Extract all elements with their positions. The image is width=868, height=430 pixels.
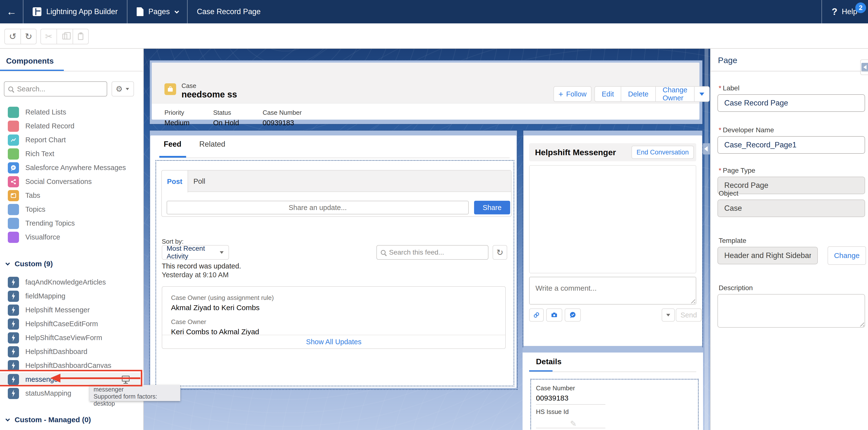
related-record-icon: ▥ [8,121,19,132]
component-list-item[interactable]: # Topics [0,203,144,216]
component-label: messenger [25,375,60,383]
component-list-item[interactable]: faqAndKnowledgeArticles [0,275,144,289]
component-item-messenger-highlighted[interactable]: messenger [0,372,144,387]
tab-related[interactable]: Related [199,140,225,149]
case-object-icon [164,83,176,95]
component-list-item[interactable]: Social Conversations [0,175,144,189]
send-options-button[interactable] [662,308,675,321]
component-label: Social Conversations [25,178,92,186]
description-field-label: Description [719,284,753,292]
comment-textarea[interactable]: Write a comment... [529,277,696,305]
component-list-item[interactable]: Tabs [0,189,144,203]
follow-button[interactable]: + Follow [554,86,591,102]
back-button[interactable]: ← [0,0,23,23]
refresh-feed-button[interactable]: ↻ [493,245,507,260]
header-region[interactable]: Case needsome ss + Follow Edit Delete Ch… [149,60,703,125]
lightning-bolt-icon [8,305,19,316]
chat-check-icon [569,311,577,319]
components-tab[interactable]: Components [6,57,54,65]
component-search[interactable] [4,81,107,96]
panel-title: Page [718,56,737,65]
search-icon [8,87,13,91]
canvas-scrollbar[interactable] [705,49,708,430]
cut-button[interactable]: ✂ [40,29,57,44]
record-detail-region[interactable]: Case Number 00939183 HS Issue Id ✎ HS Is… [530,379,699,430]
tab-details[interactable]: Details [536,357,561,366]
component-list-item[interactable]: fieldMapping [0,289,144,303]
custom-section-header[interactable]: Custom (9) [6,260,53,268]
label-field-input[interactable] [717,94,865,112]
top-header: ← Lightning App Builder Pages Case Recor… [0,0,868,23]
component-list-item[interactable]: Helpshift Messenger [0,303,144,317]
component-list-item[interactable]: HelpshiftCaseEditForm [0,317,144,331]
region-band [523,348,703,352]
collapse-icon [861,63,868,72]
undo-button[interactable]: ↺ [4,29,21,44]
component-list-item[interactable]: ≡ Rich Text [0,147,144,161]
detail-field-value: 00939183 [536,394,609,403]
component-list-item[interactable]: </> Visualforce [0,230,144,244]
change-template-button[interactable]: Change [828,246,866,265]
field-label: Case Number [262,109,302,117]
help-button[interactable]: ? Help 2 [822,0,868,23]
more-actions-button[interactable] [694,87,709,101]
divider [0,71,143,71]
divider [162,335,505,335]
share-update-input[interactable]: Share an update... [167,201,469,214]
tab-poll[interactable]: Poll [193,171,205,192]
resolve-chat-button[interactable] [565,308,581,321]
component-list-item[interactable]: ▤ Related Lists [0,105,144,119]
developer-name-input[interactable] [717,136,865,154]
tab-post[interactable]: Post [162,171,188,192]
feed-status-line: This record was updated. [162,262,241,270]
case-record-header: Case needsome ss + Follow Edit Delete Ch… [152,63,700,120]
component-list-item[interactable]: HelpshiftDashboard [0,345,144,359]
attach-link-button[interactable] [529,308,544,321]
divider [711,71,868,71]
sort-dropdown[interactable]: Most Recent Activity [162,245,229,260]
component-list-item[interactable]: Report Chart [0,133,144,147]
record-action-button[interactable]: Change Owner [656,87,695,101]
component-label: fieldMapping [25,292,65,300]
paste-button[interactable] [72,29,89,44]
feed-search-input[interactable] [389,248,484,256]
custom-components-list: faqAndKnowledgeArticles fieldMapping Hel… [0,275,144,400]
undo-icon: ↺ [9,31,16,42]
dropdown-arrow-icon [666,314,670,316]
share-button[interactable]: Share [474,201,510,214]
end-conversation-button[interactable]: End Conversation [631,146,694,159]
attach-photo-button[interactable] [546,308,562,321]
lightning-bolt-icon [8,374,19,385]
redo-button[interactable]: ↻ [21,29,36,44]
tab-feed[interactable]: Feed [164,140,181,149]
collapse-sidebar-handle[interactable] [702,143,710,154]
settings-menu-button[interactable]: ⚙ [112,81,134,96]
component-list-item[interactable]: HelpShiftCaseViewForm [0,331,144,345]
feed-search[interactable] [376,245,489,260]
send-button-disabled[interactable]: Send [676,308,702,321]
component-list-item[interactable]: HelpshiftDashboardCanvas [0,359,144,372]
component-list-item[interactable]: ☰ Trending Topics [0,216,144,230]
pages-menu[interactable]: Pages [127,0,188,23]
desktop-form-factor-icon [122,376,130,381]
component-list-item[interactable]: ▥ Related Record [0,119,144,133]
resize-handle[interactable] [691,299,695,303]
description-textarea[interactable] [717,294,865,328]
highlight-field: Priority Medium [164,109,213,127]
feed-entry-label: Case Owner (using assignment rule) [171,294,274,302]
show-all-updates-link[interactable]: Show All Updates [162,338,505,346]
report-chart-icon [8,134,19,146]
copy-button[interactable] [57,29,72,44]
component-list-item[interactable]: Salesforce Anywhere Messages [0,161,144,175]
pages-menu-label: Pages [148,7,170,16]
custom-managed-section-header[interactable]: Custom - Managed (0) [6,416,91,424]
required-asterisk: * [719,126,721,134]
highlight-field: Case Number 00939183 [262,109,302,127]
component-search-input[interactable] [17,85,103,93]
record-action-button[interactable]: Delete [621,87,656,101]
chat-messages-icon [8,162,19,174]
collapse-panel-button[interactable] [860,59,868,75]
record-action-button[interactable]: Edit [595,87,621,101]
edit-pencil-icon[interactable]: ✎ [570,419,577,428]
feed-status-timestamp: Yesterday at 9:10 AM [162,271,229,279]
